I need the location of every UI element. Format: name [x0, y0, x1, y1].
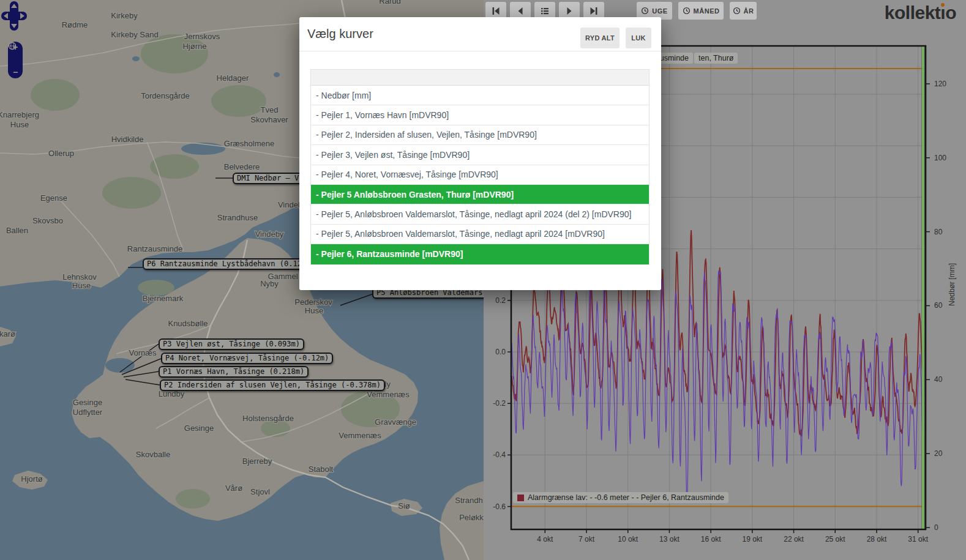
map-place-label: Rårud: [379, 0, 400, 6]
map-place-label: Græsholmene: [224, 139, 274, 148]
map-place-label: Knudsbølle: [168, 319, 208, 328]
x-axis-tick-label: 7 okt: [578, 535, 595, 543]
app-stage: RårudKirkebyRødmeKirkeby SandJernskovsHj…: [0, 0, 966, 560]
x-axis-tick-label: 13 okt: [659, 535, 680, 543]
map-place-label: Rødme: [62, 20, 88, 29]
y-right-tick-label: 80: [934, 228, 943, 236]
x-axis-tick-label: 31 okt: [908, 535, 928, 543]
map-place-label: Vårø: [225, 483, 242, 493]
select-curves-dialog: Vælg kurver RYD ALT LUK - Nedbør [mm]- P…: [299, 17, 661, 290]
map-place-label: Peløkk: [459, 513, 484, 522]
y-left-tick-label: 0.2: [495, 296, 506, 305]
map-place-label: Strandhuse: [217, 213, 258, 222]
x-axis-tick-label: 4 okt: [537, 535, 553, 543]
map-place-label: Huse: [72, 281, 91, 290]
zoom-out-button[interactable]: −: [13, 69, 18, 77]
legend-swatch: [517, 495, 524, 501]
y-right-tick-label: 100: [934, 154, 946, 162]
map-place-label: Kirkeby Sand: [111, 30, 158, 39]
map-pan-control[interactable]: [0, 0, 28, 32]
y-right-tick-label: 60: [934, 301, 943, 310]
y-right-axis-title: Nedbør [mm]: [948, 263, 956, 306]
close-button[interactable]: LUK: [626, 28, 651, 48]
y-right-tick-label: 40: [934, 375, 943, 384]
y-left-tick-label: -0.4: [493, 450, 506, 459]
map-place-label: Hvidkilde: [111, 135, 144, 144]
map-place-label: Vemmenæs: [367, 390, 410, 399]
map-place-label: Nyby: [260, 279, 279, 288]
map-place-label: Belvedere: [224, 162, 260, 171]
dialog-header: Vælg kurver RYD ALT LUK: [299, 17, 661, 51]
clear-all-button[interactable]: RYD ALT: [580, 28, 620, 48]
y-left-tick-label: -0.6: [493, 502, 506, 511]
map-zoom-control: + −: [8, 42, 23, 78]
station-pill[interactable]: DMI Nedbør – V: [233, 173, 303, 184]
map-place-label: Heldager: [217, 73, 249, 83]
map-place-label: Tordensgårde: [141, 91, 190, 100]
alarm-low-legend: Alarmgrænse lav: - -0.6 meter - - Pejler…: [513, 492, 728, 503]
curve-list-header: [311, 70, 649, 86]
curve-list-item[interactable]: - Pejler 6, Rantzausminde [mDVR90]: [311, 244, 649, 264]
map-place-label: Egense: [40, 193, 67, 203]
station-pill[interactable]: P3 Vejlen øst, Tåsinge (0.093m): [159, 338, 304, 350]
y-right-tick-label: 0: [934, 523, 938, 532]
map-place-label: Siø: [398, 501, 410, 510]
dialog-title: Vælg kurver: [307, 27, 373, 41]
map-place-label: Gesinge: [73, 398, 102, 407]
map-place-label: Kirkeby: [111, 11, 138, 20]
x-axis-tick-label: 28 okt: [867, 535, 887, 543]
curve-list: - Nedbør [mm]- Pejler 1, Vornæs Havn [mD…: [310, 69, 650, 265]
alarm-high-legend-fragment-2: ten, Thurø: [694, 53, 738, 64]
station-pill[interactable]: P2 Indersiden af slusen Vejlen, Tåsinge …: [160, 379, 385, 391]
map-place-label: Pederskov: [294, 297, 332, 307]
x-axis-tick-label: 16 okt: [701, 535, 721, 543]
map-place-label: Gesinge: [184, 424, 214, 433]
map-place-label: Ollerup: [48, 149, 74, 158]
map-place-label: Gravvænge: [375, 417, 416, 427]
map-place-label: Vemmenæs: [339, 431, 381, 440]
x-axis-tick-label: 25 okt: [825, 535, 845, 543]
map-place-label: Bjerreby: [242, 457, 272, 466]
map-place-label: Huse: [10, 120, 29, 129]
map-place-label: Skovhaver: [250, 115, 288, 124]
map-place-label: Strandh: [455, 496, 483, 505]
map-place-label: Hjortø: [21, 474, 42, 483]
map-place-label: Skovballe: [136, 450, 170, 459]
curve-list-item[interactable]: - Pejler 1, Vornæs Havn [mDVR90]: [311, 105, 649, 125]
map-place-label: karø: [0, 329, 15, 338]
curve-list-item[interactable]: - Nedbør [mm]: [311, 86, 649, 105]
map-place-label: Stjovl: [250, 487, 270, 496]
globe-icon[interactable]: [8, 42, 17, 50]
map-place-label: Rantzausminde: [127, 244, 182, 253]
curve-list-item[interactable]: - Pejler 2, Indersiden af slusen, Vejlen…: [311, 125, 649, 145]
map-place-label: Stabolt: [309, 465, 334, 474]
map-place-label: Bjernemark: [143, 294, 184, 303]
map-place-label: Udflytter: [73, 408, 103, 417]
y-right-tick-label: 20: [934, 449, 943, 458]
station-pill[interactable]: P1 Vornæs Havn, Tåsinge (0.218m): [159, 366, 309, 378]
x-axis-tick-label: 10 okt: [618, 535, 638, 543]
map-place-label: Holstensgårde: [242, 414, 294, 423]
map-place-label: Vornæs: [129, 348, 157, 357]
map-place-label: Jernskovs: [184, 32, 220, 41]
curve-list-item[interactable]: - Pejler 5, Anløbsbroen Valdemarslot, Tå…: [311, 204, 649, 224]
curve-list-item[interactable]: - Pejler 5, Anløbsbroen Valdemarslot, Tå…: [311, 225, 649, 244]
x-axis-tick-label: 22 okt: [784, 535, 804, 543]
map-place-label: Hjørne: [182, 42, 206, 51]
map-place-label: Knarrebjerg: [0, 110, 39, 119]
y-right-tick-label: 120: [934, 80, 946, 88]
y-left-tick-label: 0.0: [495, 348, 506, 356]
map-place-label: Huse: [305, 306, 323, 315]
curve-list-item[interactable]: - Pejler 4, Noret, Vornæsvej, Tåsinge [m…: [311, 165, 649, 185]
map-place-label: Ballen: [6, 226, 28, 235]
station-pill[interactable]: P6 Rantzausminde Lystbådehavn (0.12: [143, 258, 306, 270]
station-pill[interactable]: P4 Noret, Vornæsvej, Tåsinge (-0.12m): [161, 353, 333, 364]
y-left-tick-label: -0.2: [493, 399, 506, 408]
curve-list-item[interactable]: - Pejler 3, Vejlen øst, Tåsinge [mDVR90]: [311, 145, 649, 165]
x-axis-tick-label: 19 okt: [742, 535, 762, 543]
map-place-label: Tved: [261, 105, 279, 114]
map-place-label: Skovsbo: [32, 216, 63, 225]
map-place-label: Vindeby: [255, 230, 284, 239]
curve-list-item[interactable]: - Pejler 5 Anløbsbroen Grasten, Thurø [m…: [311, 185, 649, 204]
map-place-label: Lehnskov: [62, 272, 97, 282]
